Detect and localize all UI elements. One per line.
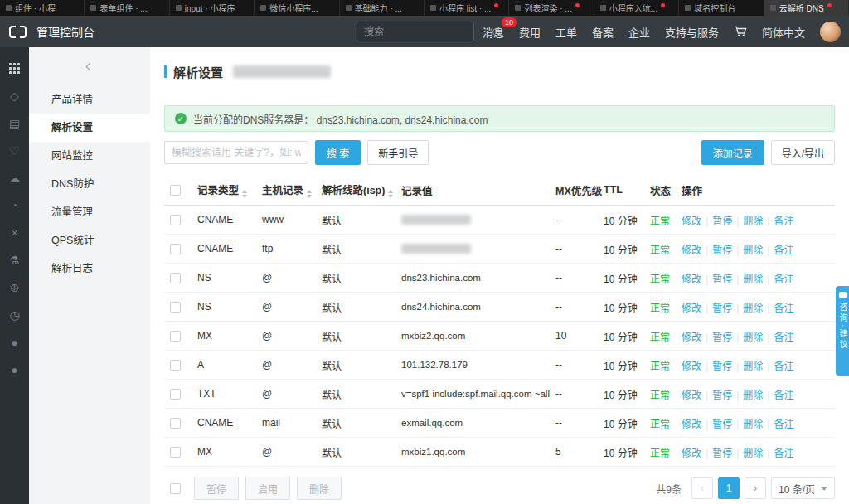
action-pause-link[interactable]: 暂停 [712,390,732,401]
close-icon[interactable]: × [0,219,29,246]
header-menu-support[interactable]: 支持与服务 [665,24,719,40]
action-remark-link[interactable]: 备注 [774,274,793,285]
browser-tab[interactable]: 云解析 DNS [764,0,849,16]
browser-tab[interactable]: input · 小程序 [170,0,255,16]
header-menu-icp[interactable]: 备案 [592,24,614,40]
action-remark-link[interactable]: 备注 [774,245,793,256]
browser-tab[interactable]: 表单组件 · ... [85,0,169,16]
sidebar-item-dns-settings[interactable]: 解析设置 [29,114,150,142]
action-pause-link[interactable]: 暂停 [712,245,732,256]
action-modify-link[interactable]: 修改 [682,332,701,343]
sidebar-item-logs[interactable]: 解析日志 [29,254,150,283]
browser-tab[interactable]: 微信小程序... [255,0,339,16]
action-modify-link[interactable]: 修改 [682,361,701,372]
sort-arrows-icon[interactable] [242,190,247,198]
action-modify-link[interactable]: 修改 [682,274,701,285]
action-delete-link[interactable]: 删除 [743,245,763,256]
action-pause-link[interactable]: 暂停 [712,332,732,343]
browser-tab[interactable]: 小程序入坑... [594,0,679,16]
action-remark-link[interactable]: 备注 [774,361,793,372]
action-pause-link[interactable]: 暂停 [712,448,732,459]
action-remark-link[interactable]: 备注 [774,448,793,459]
row-checkbox[interactable] [170,418,181,429]
action-remark-link[interactable]: 备注 [774,303,793,314]
action-remark-link[interactable]: 备注 [774,390,793,401]
select-all-checkbox[interactable] [170,483,181,494]
action-remark-link[interactable]: 备注 [774,216,793,227]
row-checkbox[interactable] [170,244,181,254]
nav-collapse-button[interactable] [29,47,150,85]
clock-icon[interactable]: ◷ [0,301,29,328]
select-all-checkbox[interactable] [170,185,181,196]
header-search[interactable] [357,22,474,41]
language-selector[interactable]: 简体中文 [762,24,805,40]
action-delete-link[interactable]: 删除 [743,274,763,285]
browser-tab[interactable]: 小程序 list · ... [424,0,509,16]
header-search-input[interactable] [364,26,492,37]
action-modify-link[interactable]: 修改 [682,419,701,430]
user-avatar[interactable] [820,22,841,42]
header-menu-tickets[interactable]: 工单 [555,24,577,40]
browser-tab[interactable]: 基础能力 · ... [340,0,424,16]
feedback-float-tab[interactable]: 咨询·建议 [836,286,849,376]
fuzzy-search-input[interactable] [164,141,308,164]
row-checkbox[interactable] [170,215,181,225]
page-size-select[interactable]: 10 条/页 [771,477,835,499]
flask-icon[interactable]: ⚗ [0,246,29,274]
batch-pause-button[interactable]: 暂停 [194,477,239,500]
browser-tab[interactable]: 列表渲染 · ... [509,0,594,16]
diamond-icon[interactable]: ◇ [0,82,29,109]
row-checkbox[interactable] [170,273,181,284]
action-delete-link[interactable]: 删除 [743,332,763,343]
sidebar-item-product-detail[interactable]: 产品详情 [29,85,150,114]
globe-icon[interactable]: ⊕ [0,274,29,301]
sidebar-item-dns-protect[interactable]: DNS防护 [29,170,150,198]
action-pause-link[interactable]: 暂停 [712,419,732,430]
guide-button[interactable]: 新手引导 [367,140,429,165]
search-button[interactable]: 搜 索 [315,140,361,165]
action-remark-link[interactable]: 备注 [774,419,793,430]
product-a-icon[interactable]: ● [0,328,29,356]
batch-delete-button[interactable]: 删除 [297,477,342,500]
sidebar-item-traffic[interactable]: 流量管理 [29,198,150,226]
import-export-button[interactable]: 导入/导出 [771,140,835,165]
browser-tab[interactable]: 组件 · 小程 [0,0,85,16]
list-icon[interactable]: ▤ [0,109,29,137]
action-remark-link[interactable]: 备注 [774,332,793,343]
cloud-icon[interactable]: ☁ [0,164,29,191]
action-pause-link[interactable]: 暂停 [712,361,732,372]
action-delete-link[interactable]: 删除 [743,448,763,459]
action-modify-link[interactable]: 修改 [682,448,701,459]
next-page-button[interactable]: › [745,477,766,499]
batch-enable-button[interactable]: 启用 [245,477,290,500]
action-pause-link[interactable]: 暂停 [712,216,732,227]
row-checkbox[interactable] [170,331,181,342]
row-checkbox[interactable] [170,447,181,458]
add-record-button[interactable]: 添加记录 [701,140,764,165]
gauge-icon[interactable]: ◔ [0,191,29,219]
action-delete-link[interactable]: 删除 [743,419,763,430]
action-delete-link[interactable]: 删除 [743,216,763,227]
prev-page-button[interactable]: ‹ [691,477,713,499]
heart-icon[interactable]: ♡ [0,137,29,164]
browser-tab[interactable]: 域名控制台 [679,0,764,16]
action-delete-link[interactable]: 删除 [743,303,763,314]
action-modify-link[interactable]: 修改 [682,303,701,314]
console-title[interactable]: 管理控制台 [36,23,95,40]
sort-arrows-icon[interactable] [307,190,312,198]
sidebar-item-qps[interactable]: QPS统计 [29,226,150,254]
action-modify-link[interactable]: 修改 [682,245,701,256]
action-delete-link[interactable]: 删除 [743,361,763,372]
action-modify-link[interactable]: 修改 [682,390,701,401]
row-checkbox[interactable] [170,389,181,400]
current-page-button[interactable]: 1 [718,477,740,499]
header-menu-enterprise[interactable]: 企业 [628,24,650,40]
header-menu-messages[interactable]: 消息10 [483,24,504,40]
row-checkbox[interactable] [170,360,181,371]
sort-arrows-icon[interactable] [388,190,393,198]
sidebar-item-site-monitor[interactable]: 网站监控 [29,142,150,170]
action-delete-link[interactable]: 删除 [743,390,763,401]
header-menu-billing[interactable]: 费用 [519,24,541,40]
action-pause-link[interactable]: 暂停 [712,303,732,314]
action-pause-link[interactable]: 暂停 [712,274,732,285]
